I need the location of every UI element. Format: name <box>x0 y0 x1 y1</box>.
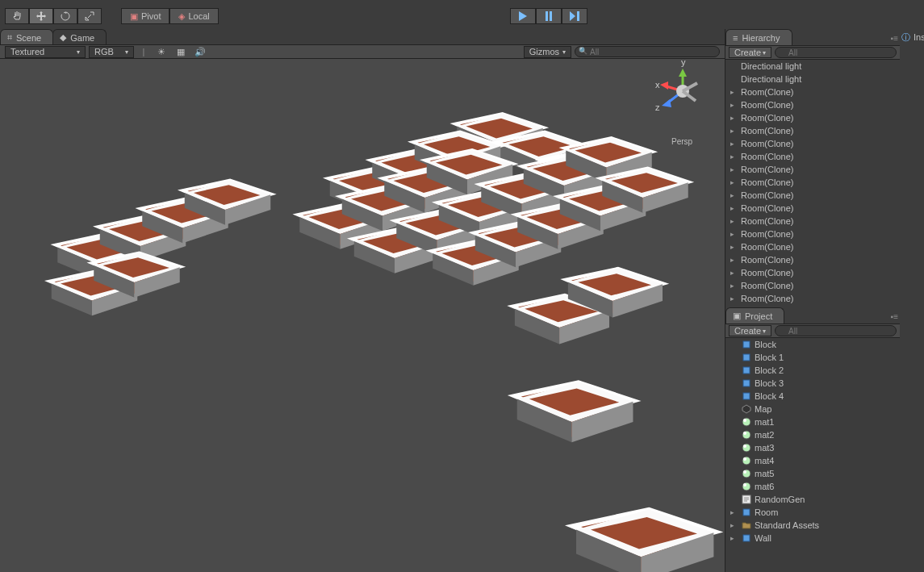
mat-icon <box>741 416 752 428</box>
hierarchy-item-label: Room(Clone) <box>741 268 793 278</box>
hierarchy-item[interactable]: Directional light <box>725 60 900 73</box>
hierarchy-item[interactable]: ▸Room(Clone) <box>725 98 900 111</box>
scene-viewport[interactable]: y x z <box>0 59 725 572</box>
project-create-label: Create <box>734 326 761 336</box>
project-item-label: Block 2 <box>755 365 784 375</box>
hierarchy-item[interactable]: ▸Room(Clone) <box>725 150 900 163</box>
project-item[interactable]: mat3 <box>725 441 900 454</box>
project-tree[interactable]: BlockBlock 1Block 2Block 3Block 4Mapmat1… <box>725 338 900 572</box>
expand-icon[interactable]: ▸ <box>730 217 738 225</box>
expand-icon[interactable]: ▸ <box>730 204 738 212</box>
hierarchy-tree[interactable]: Directional lightDirectional light▸Room(… <box>725 60 900 307</box>
hierarchy-item[interactable]: ▸Room(Clone) <box>725 124 900 137</box>
hierarchy-item[interactable]: Directional light <box>725 73 900 86</box>
expand-icon[interactable]: ▸ <box>730 521 738 529</box>
hierarchy-item-label: Room(Clone) <box>741 281 793 290</box>
info-icon: ⓘ <box>901 31 910 44</box>
tab-scene[interactable]: ⌗ Scene <box>0 29 53 45</box>
svg-rect-40 <box>743 535 750 541</box>
hierarchy-item-label: Room(Clone) <box>741 190 793 200</box>
lighting-toggle[interactable]: ☀ <box>153 46 169 58</box>
svg-rect-39 <box>743 509 750 516</box>
project-tab[interactable]: ▣ Project <box>725 307 784 324</box>
project-item[interactable]: mat2 <box>725 428 900 441</box>
hierarchy-item[interactable]: ▸Room(Clone) <box>725 266 900 279</box>
project-item[interactable]: ▸Wall <box>725 532 900 545</box>
move-tool[interactable] <box>29 8 53 24</box>
project-panel-menu[interactable]: ▪≡ <box>891 312 898 321</box>
hand-tool[interactable] <box>5 8 29 24</box>
project-item[interactable]: RandomGen <box>725 493 900 506</box>
expand-icon[interactable]: ▸ <box>730 165 738 173</box>
project-search-input[interactable] <box>775 325 897 336</box>
pivot-toggle[interactable]: ▣ Pivot <box>121 8 169 24</box>
hierarchy-create-button[interactable]: Create ▾ <box>729 47 771 58</box>
hierarchy-item[interactable]: ▸Room(Clone) <box>725 111 900 124</box>
project-item[interactable]: Block 2 <box>725 364 900 377</box>
expand-icon[interactable]: ▸ <box>730 191 738 199</box>
expand-icon[interactable]: ▸ <box>730 127 738 135</box>
scale-tool[interactable] <box>77 8 102 24</box>
rotate-tool[interactable] <box>53 8 77 24</box>
hierarchy-item[interactable]: ▸Room(Clone) <box>725 163 900 176</box>
expand-icon[interactable]: ▸ <box>730 152 738 161</box>
hierarchy-item[interactable]: ▸Room(Clone) <box>725 228 900 240</box>
expand-icon[interactable]: ▸ <box>730 256 738 264</box>
expand-icon[interactable]: ▸ <box>730 88 738 96</box>
hierarchy-item[interactable]: ▸Room(Clone) <box>725 189 900 202</box>
hierarchy-tab[interactable]: ≡ Hierarchy <box>725 29 792 45</box>
hierarchy-search-input[interactable] <box>775 47 897 58</box>
expand-icon[interactable]: ▸ <box>730 230 738 238</box>
expand-icon[interactable]: ▸ <box>730 294 738 303</box>
hierarchy-item[interactable]: ▸Room(Clone) <box>725 253 900 266</box>
gizmos-dropdown[interactable]: Gizmos ▾ <box>524 46 571 58</box>
hierarchy-item[interactable]: ▸Room(Clone) <box>725 176 900 189</box>
project-item[interactable]: ▸Room <box>725 506 900 519</box>
inspector-tab-sliver[interactable]: ⓘ Ins <box>900 29 924 45</box>
skybox-toggle[interactable]: ▦ <box>173 46 189 58</box>
hierarchy-item-label: Room(Clone) <box>741 165 793 174</box>
render-mode-dropdown[interactable]: RGB ▾ <box>89 46 134 58</box>
shading-mode-dropdown[interactable]: Textured ▾ <box>5 46 86 58</box>
project-item[interactable]: mat6 <box>725 480 900 493</box>
project-item[interactable]: mat4 <box>725 454 900 467</box>
expand-icon[interactable]: ▸ <box>730 534 738 542</box>
svg-rect-21 <box>743 341 750 348</box>
project-item[interactable]: Map <box>725 403 900 415</box>
audio-toggle[interactable]: 🔊 <box>192 46 208 58</box>
hierarchy-item[interactable]: ▸Room(Clone) <box>725 240 900 253</box>
project-item[interactable]: ▸Standard Assets <box>725 519 900 532</box>
project-create-button[interactable]: Create ▾ <box>729 325 771 336</box>
hierarchy-item-label: Room(Clone) <box>741 203 793 213</box>
expand-icon[interactable]: ▸ <box>730 140 738 148</box>
expand-icon[interactable]: ▸ <box>730 269 738 277</box>
hierarchy-item[interactable]: ▸Room(Clone) <box>725 137 900 150</box>
mat-icon <box>741 468 752 479</box>
hierarchy-panel-menu[interactable]: ▪≡ <box>891 34 898 43</box>
expand-icon[interactable]: ▸ <box>730 178 738 186</box>
hierarchy-item[interactable]: ▸Room(Clone) <box>725 86 900 98</box>
project-item[interactable]: Block <box>725 338 900 351</box>
project-item[interactable]: Block 4 <box>725 390 900 403</box>
hierarchy-item[interactable]: ▸Room(Clone) <box>725 279 900 292</box>
expand-icon[interactable]: ▸ <box>730 282 738 290</box>
hierarchy-item[interactable]: ▸Room(Clone) <box>725 215 900 228</box>
project-item[interactable]: mat5 <box>725 467 900 480</box>
expand-icon[interactable]: ▸ <box>730 243 738 251</box>
step-button[interactable] <box>562 8 587 24</box>
project-item[interactable]: Block 3 <box>725 377 900 390</box>
expand-icon[interactable]: ▸ <box>730 101 738 109</box>
play-button[interactable] <box>510 8 536 24</box>
project-item[interactable]: Block 1 <box>725 351 900 364</box>
pause-button[interactable] <box>536 8 562 24</box>
hierarchy-item[interactable]: ▸Room(Clone) <box>725 202 900 215</box>
tab-game[interactable]: ◆ Game <box>52 29 107 45</box>
hierarchy-item[interactable]: ▸Room(Clone) <box>725 292 900 305</box>
scene-search-input[interactable] <box>575 46 720 57</box>
local-toggle[interactable]: ◈ Local <box>169 8 218 24</box>
expand-icon[interactable]: ▸ <box>730 508 738 516</box>
project-item[interactable]: mat1 <box>725 415 900 428</box>
expand-icon[interactable]: ▸ <box>730 114 738 122</box>
render-label: RGB <box>94 47 114 56</box>
shading-label: Textured <box>10 47 44 56</box>
